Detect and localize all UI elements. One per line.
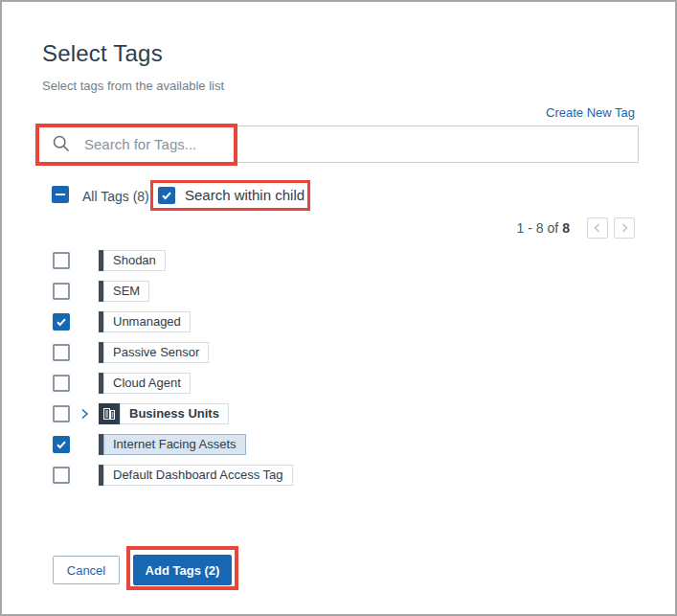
check-icon	[56, 439, 67, 450]
all-tags-label: All Tags (8)	[82, 189, 149, 204]
tag-checkbox[interactable]	[53, 344, 70, 361]
tag-checkbox[interactable]	[53, 375, 70, 392]
tag-row: Unmanaged	[53, 307, 293, 337]
tag-chip[interactable]: Default Dashboard Access Tag	[99, 465, 293, 486]
page-subtitle: Select tags from the available list	[42, 79, 224, 93]
expand-chevron-icon[interactable]	[78, 407, 91, 421]
tag-chip[interactable]: SEM	[99, 281, 149, 302]
tag-chip[interactable]: Business Units	[99, 403, 229, 424]
indeterminate-dash-icon	[56, 194, 65, 196]
tag-label: Shodan	[103, 250, 166, 271]
tag-label: Business Units	[120, 403, 229, 424]
expand-slot	[70, 407, 99, 421]
search-within-child-label: Search within child	[185, 187, 305, 203]
tag-row: Shodan	[53, 245, 293, 276]
buildings-icon	[99, 403, 120, 424]
tag-checkbox[interactable]	[53, 283, 70, 300]
tag-chip[interactable]: Unmanaged	[99, 311, 191, 332]
tag-checkbox[interactable]	[53, 436, 70, 453]
prev-page-button[interactable]	[587, 217, 608, 239]
pagination-total: 8	[562, 220, 570, 236]
create-new-tag-link[interactable]: Create New Tag	[546, 105, 635, 120]
tag-checkbox[interactable]	[53, 467, 70, 484]
tag-row: Cloud Agent	[53, 368, 293, 399]
next-page-button[interactable]	[614, 217, 635, 239]
tag-label: Passive Sensor	[103, 342, 209, 363]
tag-list: ShodanSEMUnmanagedPassive SensorCloud Ag…	[53, 245, 293, 491]
search-input[interactable]	[38, 125, 639, 163]
cancel-button[interactable]: Cancel	[53, 556, 120, 584]
tag-row: Default Dashboard Access Tag	[53, 460, 293, 491]
tag-checkbox[interactable]	[53, 313, 70, 331]
tag-label: Default Dashboard Access Tag	[103, 465, 293, 486]
tag-label: Cloud Agent	[103, 373, 191, 394]
tag-label: Internet Facing Assets	[103, 434, 246, 455]
buildings-glyph	[102, 406, 117, 422]
search-box	[38, 125, 639, 163]
page-title: Select Tags	[42, 40, 163, 67]
tag-chip[interactable]: Shodan	[99, 250, 166, 271]
chevron-left-icon	[592, 222, 603, 234]
pagination: 1 - 8 of8	[517, 217, 635, 239]
search-within-child-checkbox[interactable]	[158, 187, 175, 204]
check-icon	[161, 190, 172, 201]
tag-chip[interactable]: Cloud Agent	[99, 373, 191, 394]
tag-row: Internet Facing Assets	[53, 429, 293, 460]
tag-checkbox[interactable]	[53, 405, 70, 422]
tag-row: SEM	[53, 276, 293, 307]
select-tags-dialog: Select Tags Select tags from the availab…	[0, 0, 677, 616]
tag-row: Business Units	[53, 399, 293, 429]
all-tags-checkbox[interactable]	[52, 186, 69, 203]
tag-checkbox[interactable]	[53, 252, 70, 269]
tag-chip[interactable]: Passive Sensor	[99, 342, 209, 363]
tag-label: SEM	[103, 281, 149, 302]
add-tags-button[interactable]: Add Tags (2)	[133, 555, 232, 585]
pagination-range: 1 - 8 of8	[517, 220, 570, 236]
chevron-right-icon	[619, 222, 630, 234]
tag-label: Unmanaged	[103, 311, 191, 332]
tag-row: Passive Sensor	[53, 337, 293, 368]
tag-chip[interactable]: Internet Facing Assets	[99, 434, 246, 455]
check-icon	[56, 316, 67, 328]
